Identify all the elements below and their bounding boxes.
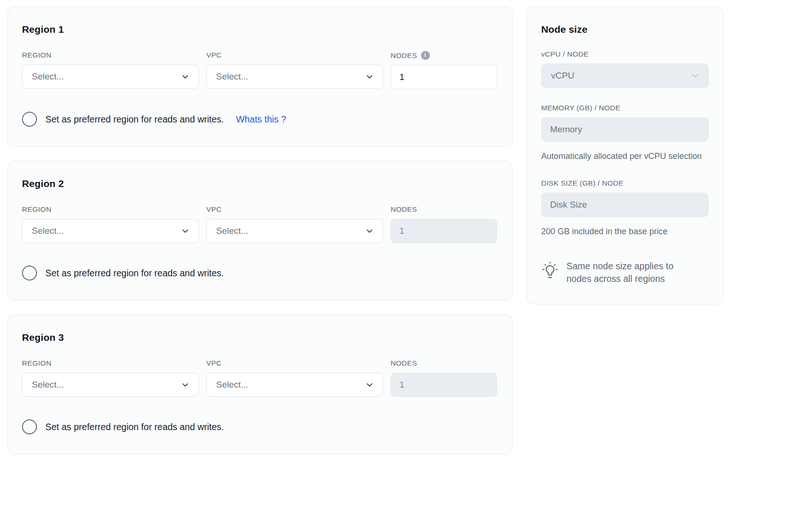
preferred-region-label: Set as preferred region for reads and wr… — [45, 114, 224, 125]
disk-input — [541, 193, 709, 217]
disk-label: DISK SIZE (GB) / NODE — [541, 179, 709, 187]
preferred-region-label: Set as preferred region for reads and wr… — [45, 268, 224, 279]
preferred-region-radio[interactable] — [22, 266, 37, 281]
region-1-vpc-field: VPC Select... — [206, 51, 383, 89]
lightbulb-icon — [541, 261, 559, 281]
vpc-select-placeholder: Select... — [216, 72, 248, 82]
nodes-label: NODES — [391, 359, 497, 367]
vpc-select[interactable]: Select... — [206, 65, 383, 89]
region-1-preferred-row: Set as preferred region for reads and wr… — [22, 112, 498, 127]
chevron-down-icon — [690, 71, 700, 80]
chevron-down-icon — [181, 72, 190, 81]
region-2-region-field: REGION Select... — [22, 205, 199, 243]
region-select[interactable]: Select... — [22, 219, 199, 243]
region-1-region-field: REGION Select... — [22, 51, 199, 89]
chevron-down-icon — [365, 380, 374, 389]
whats-this-link[interactable]: Whats this ? — [236, 114, 286, 125]
memory-label: MEMORY (GB) / NODE — [541, 104, 709, 112]
node-size-title: Node size — [541, 24, 709, 35]
vcpu-select[interactable]: vCPU — [541, 64, 709, 88]
region-3-preferred-row: Set as preferred region for reads and wr… — [22, 419, 498, 434]
memory-input — [541, 117, 709, 142]
chevron-down-icon — [365, 226, 374, 236]
region-3-vpc-field: VPC Select... — [206, 359, 383, 397]
node-size-note-text: Same node size applies to nodes across a… — [566, 260, 693, 285]
vcpu-section: vCPU / NODE vCPU — [541, 50, 709, 88]
nodes-input-disabled — [391, 219, 497, 243]
vpc-select-placeholder: Select... — [216, 226, 248, 236]
region-select[interactable]: Select... — [22, 373, 199, 397]
regions-column: Region 1 REGION Select... VPC Select... — [7, 7, 513, 454]
chevron-down-icon — [181, 226, 190, 236]
vpc-label: VPC — [206, 359, 383, 367]
node-size-note: Same node size applies to nodes across a… — [541, 260, 709, 285]
region-label: REGION — [22, 205, 199, 214]
region-3-title: Region 3 — [22, 332, 498, 343]
disk-helper-text: 200 GB included in the base price — [541, 225, 709, 238]
region-select-placeholder: Select... — [32, 226, 64, 236]
preferred-region-radio[interactable] — [22, 112, 37, 127]
vpc-label: VPC — [206, 205, 383, 214]
region-3-card: Region 3 REGION Select... VPC Select... — [7, 315, 513, 454]
vcpu-select-placeholder: vCPU — [551, 71, 574, 81]
nodes-label: NODES — [391, 205, 497, 214]
preferred-region-label: Set as preferred region for reads and wr… — [45, 422, 224, 432]
region-1-card: Region 1 REGION Select... VPC Select... — [7, 7, 513, 147]
chevron-down-icon — [181, 380, 190, 389]
nodes-label: NODES — [391, 51, 417, 60]
vpc-select-placeholder: Select... — [216, 380, 248, 390]
region-1-nodes-field: NODES i — [391, 51, 497, 89]
chevron-down-icon — [365, 72, 374, 81]
region-1-title: Region 1 — [22, 24, 498, 35]
region-2-preferred-row: Set as preferred region for reads and wr… — [22, 266, 498, 281]
disk-section: DISK SIZE (GB) / NODE 200 GB included in… — [541, 179, 709, 238]
region-3-fields: REGION Select... VPC Select... NODES — [22, 359, 498, 397]
preferred-region-radio[interactable] — [22, 419, 37, 434]
nodes-input[interactable] — [391, 65, 497, 89]
region-label: REGION — [22, 51, 199, 59]
vpc-label: VPC — [206, 51, 383, 59]
region-1-fields: REGION Select... VPC Select... NODES — [22, 51, 498, 89]
region-select-placeholder: Select... — [32, 72, 64, 82]
region-2-title: Region 2 — [22, 178, 498, 189]
vpc-select[interactable]: Select... — [206, 373, 383, 397]
node-size-card: Node size vCPU / NODE vCPU MEMORY (GB) /… — [527, 7, 723, 304]
region-2-vpc-field: VPC Select... — [206, 205, 383, 243]
region-3-region-field: REGION Select... — [22, 359, 199, 397]
info-icon[interactable]: i — [421, 51, 430, 60]
region-2-fields: REGION Select... VPC Select... NODES — [22, 205, 498, 243]
nodes-label-row: NODES i — [391, 51, 497, 60]
region-3-nodes-field: NODES — [391, 359, 497, 397]
vcpu-label: vCPU / NODE — [541, 50, 709, 58]
nodes-input-disabled — [391, 373, 497, 397]
region-select[interactable]: Select... — [22, 65, 199, 89]
memory-section: MEMORY (GB) / NODE Automatically allocat… — [541, 104, 709, 163]
region-label: REGION — [22, 359, 199, 367]
region-select-placeholder: Select... — [32, 380, 64, 390]
cluster-config-page: Region 1 REGION Select... VPC Select... — [0, 0, 812, 461]
vpc-select[interactable]: Select... — [206, 219, 383, 243]
region-2-card: Region 2 REGION Select... VPC Select... — [7, 161, 513, 301]
region-2-nodes-field: NODES — [391, 205, 497, 243]
memory-helper-text: Automatically allocated per vCPU selecti… — [541, 150, 709, 163]
